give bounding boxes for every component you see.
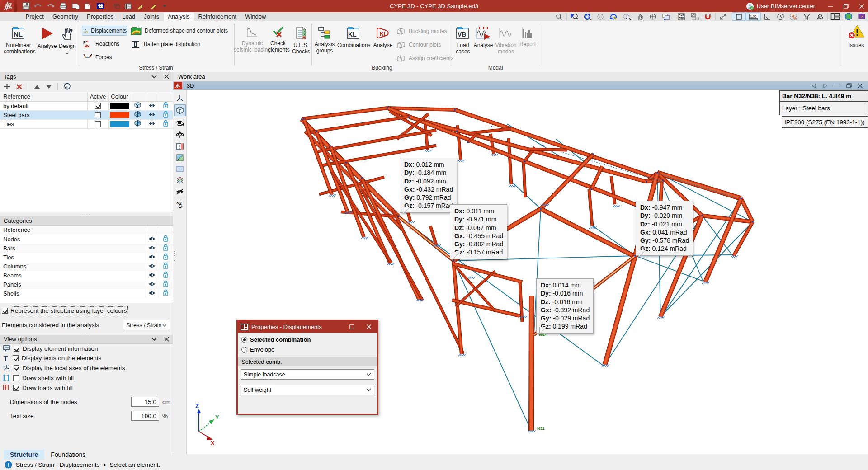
svg-text:x: x (9, 369, 10, 371)
svg-text:?: ? (860, 15, 863, 19)
svg-text:i: i (8, 462, 9, 468)
svg-text:F: F (83, 40, 86, 45)
svg-text:x: x (8, 364, 9, 367)
svg-text:x2: x2 (599, 15, 602, 19)
svg-text:NL: NL (14, 30, 23, 38)
svg-text:DXF: DXF (691, 14, 695, 16)
svg-text:KL: KL (348, 31, 357, 38)
svg-text:Z: Z (195, 403, 199, 409)
svg-text:VB: VB (458, 31, 466, 38)
svg-text:y: y (3, 365, 5, 367)
svg-text:1.00: 1.00 (750, 14, 756, 18)
svg-text:I: I (66, 85, 68, 89)
svg-text:X: X (211, 440, 215, 446)
svg-text:Y: Y (215, 414, 219, 421)
svg-text:DWG: DWG (679, 17, 684, 19)
svg-text:T: T (4, 355, 8, 362)
svg-text:KL: KL (380, 31, 387, 37)
svg-text:N31: N31 (537, 426, 545, 431)
